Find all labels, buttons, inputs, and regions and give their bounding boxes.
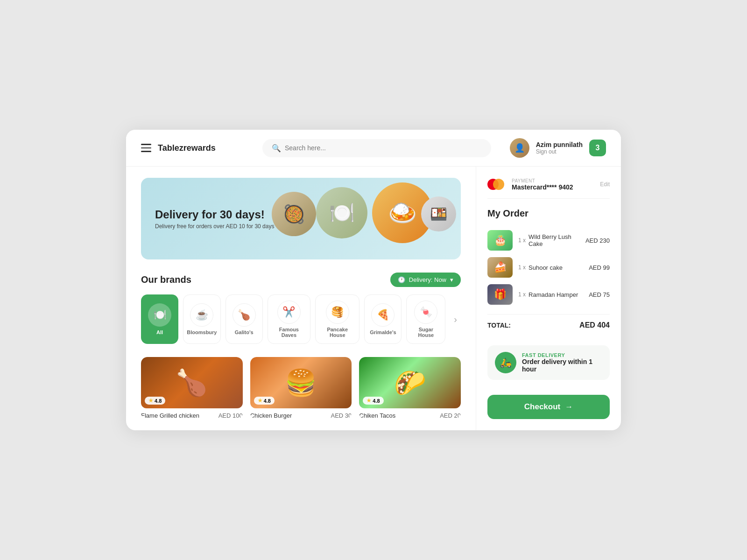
sign-out-button[interactable]: Sign out — [536, 148, 583, 155]
brand-card-galitos[interactable]: 🍗 Galito's — [226, 294, 263, 344]
mc-circle-orange — [493, 179, 504, 190]
food-card-2[interactable]: 🌮 ★ 4.8 Chiken Tacos AED 20 — [359, 357, 461, 419]
total-label: TOTAL: — [487, 322, 511, 329]
food-price-2: AED 20 — [440, 412, 461, 419]
brand-label-galitos: Galito's — [235, 329, 254, 335]
brand-icon-galitos: 🍗 — [233, 303, 256, 327]
brand-icon-all: 🍽️ — [148, 303, 171, 327]
food-info-0: Flame Grilled chicken AED 100 — [141, 412, 243, 419]
brands-next-arrow[interactable]: › — [450, 294, 461, 344]
brand-label-all: All — [156, 329, 163, 335]
order-item-2: 🎁 1 x Ramadan Hamper AED 75 — [487, 284, 610, 305]
user-info: Azim punnilath Sign out — [536, 141, 583, 155]
order-item-price-1: AED 99 — [589, 264, 610, 271]
food-image-0: 🍗 ★ 4.8 — [141, 357, 243, 408]
brand-label-famousdaves: Famous Daves — [274, 327, 304, 338]
brand-card-grimaldes[interactable]: 🍕 Grimalde's — [364, 294, 402, 344]
arrow-right-icon: → — [565, 402, 573, 412]
order-item-1: 🍰 1 x Suhoor cake AED 99 — [487, 257, 610, 278]
payment-card-number: Mastercard**** 9402 — [512, 183, 594, 191]
banner-text: Delivery for 30 days! Delivery free for … — [155, 208, 274, 230]
edit-payment-button[interactable]: Edit — [600, 181, 610, 188]
order-item-image-0: 🎂 — [487, 230, 513, 251]
logo: Tablezrewards — [158, 143, 216, 153]
order-item-details-2: 1 x Ramadan Hamper AED 75 — [518, 291, 610, 298]
brand-label-grimaldes: Grimalde's — [370, 329, 396, 335]
food-price-1: AED 30 — [331, 412, 352, 419]
order-items-list: 🎂 1 x Wild Berry Lush Cake AED 230 🍰 1 x… — [487, 230, 610, 305]
total-amount: AED 404 — [579, 321, 610, 329]
brand-card-all[interactable]: 🍽️ All — [141, 294, 178, 344]
payment-section: PAYMENT Mastercard**** 9402 Edit — [487, 178, 610, 199]
order-item-image-1: 🍰 — [487, 257, 513, 278]
avatar-placeholder: 👤 — [510, 138, 529, 158]
brand-label-pancakehouse: Pancake House — [321, 327, 353, 338]
star-icon: ★ — [148, 398, 153, 404]
order-item-qty-2: 1 x — [518, 291, 526, 298]
star-icon: ★ — [366, 398, 371, 404]
star-icon: ★ — [258, 398, 262, 404]
food-name-2: Chiken Tacos — [359, 412, 395, 419]
food-rating-0: ★ 4.8 — [145, 397, 165, 405]
order-item-price-0: AED 230 — [585, 237, 610, 244]
food-rating-1: ★ 4.8 — [254, 397, 275, 405]
brands-header: Our brands 🕐 Delivery: Now ▾ — [141, 273, 461, 287]
order-item-0: 🎂 1 x Wild Berry Lush Cake AED 230 — [487, 230, 610, 251]
banner-subtitle: Delivery free for orders over AED 10 for… — [155, 223, 274, 230]
food-info-2: Chiken Tacos AED 20 — [359, 412, 461, 419]
food-image-2: 🌮 ★ 4.8 — [359, 357, 461, 408]
header: Tablezrewards 🔍 👤 Azim punnilath Sign ou… — [126, 130, 621, 167]
search-bar[interactable]: 🔍 — [262, 139, 491, 157]
delivery-now-button[interactable]: 🕐 Delivery: Now ▾ — [390, 273, 461, 287]
food-price-0: AED 100 — [218, 412, 243, 419]
brand-card-famousdaves[interactable]: ✂️ Famous Daves — [268, 294, 310, 344]
brand-card-pancakehouse[interactable]: 🥞 Pancake House — [315, 294, 359, 344]
fast-delivery-card: 🛵 FAST DELIVERY Order delivery within 1 … — [487, 345, 610, 380]
cart-badge[interactable]: 3 — [589, 140, 606, 156]
brand-icon-famousdaves: ✂️ — [277, 301, 301, 324]
order-section: My Order — [487, 208, 610, 221]
brand-card-bloomsbury[interactable]: ☕ Bloomsbury — [183, 294, 221, 344]
header-right: 👤 Azim punnilath Sign out 3 — [510, 138, 606, 158]
fast-delivery-title: FAST DELIVERY — [522, 352, 602, 358]
food-card-1[interactable]: 🍔 ★ 4.8 Chicken Burger AED 30 — [250, 357, 352, 419]
brand-icon-bloomsbury: ☕ — [190, 303, 213, 327]
clock-icon: 🕐 — [398, 276, 405, 283]
order-title: My Order — [487, 208, 610, 219]
brands-title: Our brands — [141, 274, 191, 285]
food-name-0: Flame Grilled chicken — [141, 412, 199, 419]
main-layout: Delivery for 30 days! Delivery free for … — [126, 167, 621, 430]
fast-delivery-info: FAST DELIVERY Order delivery within 1 ho… — [522, 352, 602, 373]
order-item-name-1: Suhoor cake — [529, 264, 586, 271]
order-item-image-2: 🎁 — [487, 284, 513, 305]
order-item-name-0: Wild Berry Lush Cake — [529, 233, 583, 247]
user-name: Azim punnilath — [536, 141, 583, 148]
search-icon: 🔍 — [272, 144, 281, 153]
order-item-price-2: AED 75 — [589, 291, 610, 298]
promo-banner: Delivery for 30 days! Delivery free for … — [141, 178, 461, 259]
food-rating-2: ★ 4.8 — [363, 397, 383, 405]
right-panel: PAYMENT Mastercard**** 9402 Edit My Orde… — [476, 167, 621, 430]
delivery-icon: 🛵 — [495, 352, 516, 373]
brand-card-sugarhouse[interactable]: 🍬 Sugar House — [406, 294, 445, 344]
brand-icon-pancakehouse: 🥞 — [326, 301, 349, 324]
food-name-1: Chicken Burger — [250, 412, 292, 419]
food-card-0[interactable]: 🍗 ★ 4.8 Flame Grilled chicken AED 100 — [141, 357, 243, 419]
payment-label: PAYMENT — [512, 178, 594, 183]
brand-label-sugarhouse: Sugar House — [412, 327, 439, 338]
avatar: 👤 — [510, 138, 529, 158]
header-left: Tablezrewards — [141, 143, 244, 153]
order-item-qty-0: 1 x — [518, 237, 526, 244]
menu-icon[interactable] — [141, 144, 151, 152]
order-total: TOTAL: AED 404 — [487, 314, 610, 336]
food-grid: 🍗 ★ 4.8 Flame Grilled chicken AED 100 🍔 — [141, 357, 461, 419]
brand-icon-sugarhouse: 🍬 — [414, 301, 437, 324]
app-container: Tablezrewards 🔍 👤 Azim punnilath Sign ou… — [126, 130, 621, 430]
checkout-button[interactable]: Checkout → — [487, 395, 610, 419]
payment-info: PAYMENT Mastercard**** 9402 — [512, 178, 594, 191]
food-image-1: 🍔 ★ 4.8 — [250, 357, 352, 408]
fast-delivery-description: Order delivery within 1 hour — [522, 358, 602, 373]
left-content: Delivery for 30 days! Delivery free for … — [126, 167, 476, 430]
mastercard-icon — [487, 178, 506, 191]
search-input[interactable] — [285, 144, 482, 152]
